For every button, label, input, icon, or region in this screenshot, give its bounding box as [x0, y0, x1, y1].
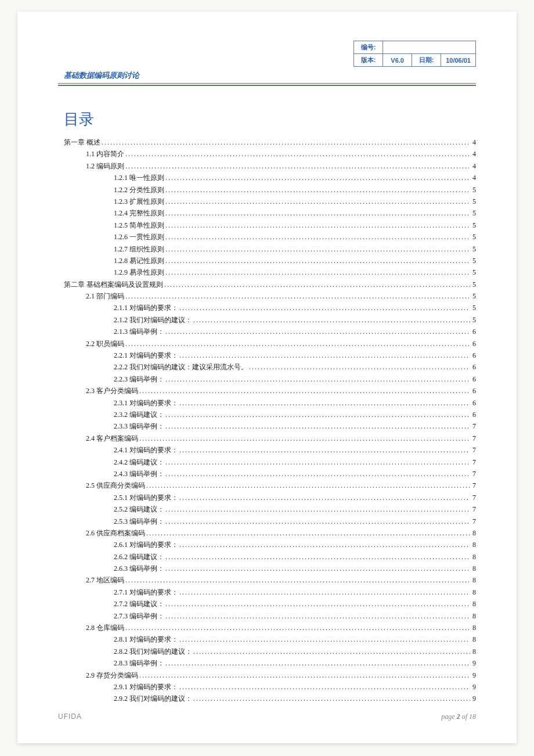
toc-entry-label: 1.2.3 扩展性原则 [114, 196, 164, 207]
toc-entry-page: 6 [471, 361, 476, 373]
footer-page-number: page 2 of 18 [441, 712, 476, 721]
toc-entry-label: 2.2.3 编码举例： [114, 373, 164, 385]
toc-leader-dots [179, 586, 470, 598]
toc-entry-label: 2.2.2 我们对编码的建议：建议采用流水号。 [114, 361, 248, 373]
toc-entry[interactable]: 2.6.3 编码举例：8 [58, 563, 476, 574]
toc-leader-dots [165, 231, 470, 243]
toc-entry[interactable]: 2.9 存货分类编码9 [58, 669, 476, 681]
toc-leader-dots [165, 243, 470, 255]
toc-entry[interactable]: 2.6.2 编码建议：8 [58, 551, 476, 563]
toc-entry-page: 5 [471, 267, 476, 278]
toc-entry-page: 7 [471, 492, 476, 503]
toc-entry-page: 5 [471, 243, 476, 255]
toc-entry[interactable]: 1.2.3 扩展性原则5 [58, 196, 476, 207]
toc-leader-dots [165, 516, 470, 527]
toc-entry[interactable]: 2.1.1 对编码的要求：5 [58, 302, 476, 314]
toc-entry[interactable]: 2.6.1 对编码的要求：8 [58, 539, 476, 550]
toc-entry[interactable]: 2.1 部门编码5 [58, 290, 476, 302]
toc-entry[interactable]: 1.2.1 唯一性原则4 [58, 172, 476, 183]
toc-entry[interactable]: 第一章 概述4 [58, 136, 476, 148]
toc-entry-label: 2.4 客户档案编码 [86, 433, 138, 444]
toc-entry-page: 7 [471, 444, 476, 456]
toc-entry-label: 2.5.1 对编码的要求： [114, 492, 178, 503]
toc-entry-page: 8 [471, 646, 476, 657]
toc-entry-page: 4 [471, 160, 476, 172]
toc-entry[interactable]: 2.3.2 编码建议：6 [58, 409, 476, 420]
toc-entry[interactable]: 2.3.3 编码举例：7 [58, 420, 476, 432]
toc-entry[interactable]: 2.7 地区编码8 [58, 574, 476, 586]
toc-entry-label: 2.8.1 对编码的要求： [114, 633, 178, 645]
toc-entry-page: 8 [471, 539, 476, 550]
toc-entry[interactable]: 2.4.3 编码举例：7 [58, 468, 476, 480]
toc-entry-page: 5 [471, 290, 476, 302]
toc-entry-page: 5 [471, 207, 476, 219]
toc-entry[interactable]: 2.2.3 编码举例：6 [58, 373, 476, 385]
toc-entry-page: 9 [471, 681, 476, 693]
toc-leader-dots [179, 302, 470, 314]
toc-entry[interactable]: 2.5.1 对编码的要求：7 [58, 492, 476, 503]
toc-entry[interactable]: 1.1 内容简介4 [58, 148, 476, 160]
toc-entry[interactable]: 1.2.2 分类性原则5 [58, 184, 476, 196]
toc-entry[interactable]: 2.1.3 编码举例：6 [58, 326, 476, 337]
toc-leader-dots [165, 373, 470, 385]
page-footer: UFIDA page 2 of 18 [58, 712, 476, 721]
toc-entry[interactable]: 2.6 供应商档案编码8 [58, 527, 476, 539]
toc-entry-page: 5 [471, 219, 476, 231]
toc-entry[interactable]: 2.7.3 编码举例：8 [58, 610, 476, 622]
toc-entry[interactable]: 2.2.2 我们对编码的建议：建议采用流水号。6 [58, 361, 476, 373]
toc-entry-page: 5 [471, 302, 476, 314]
meta-info-table: 编号: 版本: V6.0 日期: 10/06/01 [353, 41, 476, 67]
toc-entry-label: 2.4.3 编码举例： [114, 468, 164, 480]
toc-entry[interactable]: 2.7.2 编码建议：8 [58, 598, 476, 610]
toc-entry[interactable]: 2.4.1 对编码的要求：7 [58, 444, 476, 456]
toc-entry-page: 7 [471, 433, 476, 444]
toc-leader-dots [179, 681, 470, 693]
toc-entry[interactable]: 第二章 基础档案编码及设置规则5 [58, 279, 476, 290]
toc-entry[interactable]: 2.3 客户分类编码6 [58, 385, 476, 397]
toc-entry-page: 7 [471, 516, 476, 527]
toc-entry-label: 1.1 内容简介 [86, 148, 124, 160]
toc-entry[interactable]: 2.7.1 对编码的要求：8 [58, 586, 476, 598]
toc-entry[interactable]: 1.2.4 完整性原则5 [58, 207, 476, 219]
toc-entry-label: 1.2.9 易录性原则 [114, 267, 164, 278]
toc-entry[interactable]: 1.2.8 易记性原则5 [58, 255, 476, 267]
toc-entry[interactable]: 2.1.2 我们对编码的建议：5 [58, 314, 476, 326]
toc-entry[interactable]: 2.5.2 编码建议：7 [58, 503, 476, 515]
toc-entry[interactable]: 1.2.6 一贯性原则5 [58, 231, 476, 243]
footer-page-of: of [460, 712, 469, 721]
toc-entry[interactable]: 2.4.2 编码建议：7 [58, 456, 476, 468]
toc-entry[interactable]: 2.2.1 对编码的要求：6 [58, 350, 476, 361]
toc-entry[interactable]: 1.2 编码原则4 [58, 160, 476, 172]
toc-entry[interactable]: 1.2.7 组织性原则5 [58, 243, 476, 255]
toc-entry[interactable]: 1.2.5 简单性原则5 [58, 219, 476, 231]
toc-leader-dots [139, 385, 470, 397]
toc-entry[interactable]: 2.8.2 我们对编码的建议：8 [58, 646, 476, 657]
toc-entry-page: 4 [471, 172, 476, 183]
toc-entry[interactable]: 2.9.1 对编码的要求：9 [58, 681, 476, 693]
toc-entry-label: 2.9 存货分类编码 [86, 669, 138, 681]
toc-entry[interactable]: 2.8.1 对编码的要求：8 [58, 633, 476, 645]
toc-entry[interactable]: 2.5.3 编码举例：7 [58, 516, 476, 527]
toc-entry[interactable]: 1.2.9 易录性原则5 [58, 267, 476, 278]
footer-page-prefix: page [441, 712, 456, 721]
toc-entry[interactable]: 2.9.2 我们对编码的建议：9 [58, 693, 476, 704]
toc-entry[interactable]: 2.2 职员编码6 [58, 338, 476, 350]
toc-entry-page: 5 [471, 279, 476, 290]
toc-leader-dots [102, 136, 470, 148]
toc-leader-dots [165, 219, 470, 231]
toc-leader-dots [125, 622, 470, 633]
toc-entry[interactable]: 2.8 仓库编码8 [58, 622, 476, 633]
toc-leader-dots [165, 409, 470, 420]
meta-num-label: 编号: [354, 41, 383, 54]
toc-leader-dots [165, 563, 470, 574]
toc-leader-dots [165, 657, 470, 669]
toc-entry-label: 2.8 仓库编码 [86, 622, 124, 633]
toc-entry[interactable]: 2.5 供应商分类编码7 [58, 480, 476, 491]
toc-leader-dots [164, 279, 470, 290]
toc-entry[interactable]: 2.4 客户档案编码7 [58, 433, 476, 444]
toc-heading: 目录 [64, 109, 476, 129]
toc-entry[interactable]: 2.8.3 编码举例：9 [58, 657, 476, 669]
toc-entry-page: 5 [471, 184, 476, 196]
toc-leader-dots [146, 527, 470, 539]
toc-entry[interactable]: 2.3.1 对编码的要求：6 [58, 397, 476, 409]
